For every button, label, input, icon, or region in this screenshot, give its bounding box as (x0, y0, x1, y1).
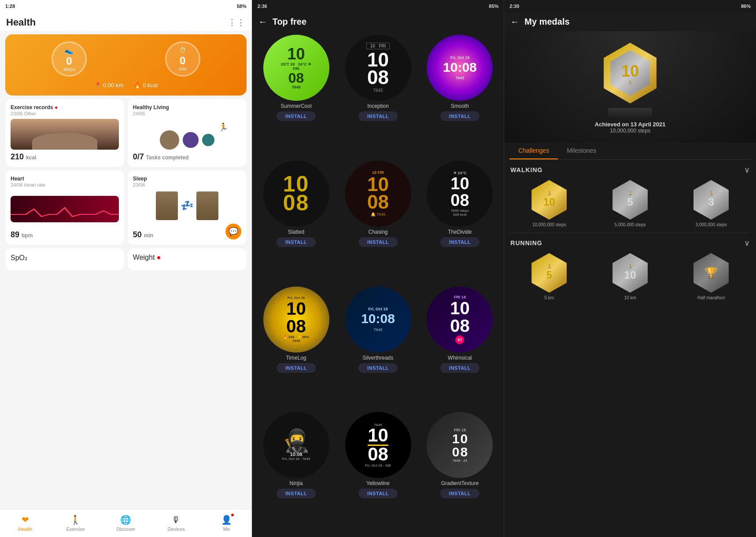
install-btn-slatted[interactable]: INSTALL (277, 237, 316, 247)
badge-walking-5m[interactable]: 🏃 5 (612, 180, 648, 220)
healthy-visual-container: 🏃 (133, 119, 241, 150)
top-free-panel: 2:36 85% ← Top free 10 OCT 18 24°C ☀ FRI… (252, 0, 505, 537)
heart-card[interactable]: Heart 24/06 Heart rate 89 bpm (5, 170, 124, 245)
bottom-nav: ❤ Health 🚶 Exercise 🌐 Discover 🎙 Devices… (0, 509, 252, 537)
running-medal-10k-label: 10 km (624, 295, 636, 300)
achieved-steps: 10,000,000 steps (595, 128, 666, 134)
wf-thumb-timelog[interactable]: Fri, Oct 18 10 08 🔥 328⚡80% 7645 (263, 287, 329, 353)
wf-name-smooth: Smooth (451, 103, 469, 109)
curtain-left (156, 191, 178, 220)
wf-thumb-gradienttexture[interactable]: FRI 18 1 0 0 8 7645 · 24 (427, 412, 493, 478)
medal-tabs: Challenges Milestones (509, 143, 751, 160)
running-medal-5k-label: 5 km (544, 295, 554, 300)
spo2-card-partial[interactable]: SpO₂ (5, 248, 124, 270)
status-battery-3: 86% (741, 4, 751, 9)
medal-number: 10 (621, 62, 639, 81)
badge-walking-3m[interactable]: 🏃 3 (693, 180, 729, 220)
sleep-card-date: 23/06 (133, 182, 241, 188)
install-btn-smooth[interactable]: INSTALL (440, 111, 479, 121)
wf-item-chasing: 18 FIR 10 08 🔔 7645 Chasing INSTALL (339, 161, 417, 282)
walking-medal-5m: 🏃 5 5,000,000 steps (612, 180, 648, 227)
walking-chevron[interactable]: ∨ (744, 165, 750, 175)
status-bar-3: 2:30 86% (504, 0, 756, 12)
status-bar-1: 1:28 58% (0, 0, 252, 12)
wf-thumb-thedivide[interactable]: ☀ 24°C 10 08 7645 steps 328 kcal (427, 161, 493, 227)
wf-thumb-inception[interactable]: 10 FRI 10 08 7645 (345, 35, 411, 101)
badge-num-10m: 10 (543, 196, 555, 208)
healthy-living-value: 0/7 Tasks completed (133, 152, 241, 162)
calories-stat: 🔥 0 kcal (134, 82, 158, 88)
exercise-card-date: 23/06 Other (11, 111, 119, 116)
sleep-fab[interactable]: 💬 (225, 224, 241, 239)
walking-medal-5m-label: 5,000,000 steps (615, 222, 646, 227)
wf-thumb-whimsical[interactable]: FRI 18 10 08 97 (427, 287, 493, 353)
install-btn-yellowline[interactable]: INSTALL (358, 489, 398, 498)
wf-thumb-ninjia[interactable]: 🥷 10:08 Fri, Oct 18 · 7645 (263, 412, 329, 478)
wf-item-whimsical: FRI 18 10 08 97 Whimsical INSTALL (421, 287, 498, 408)
wf-thumb-chasing[interactable]: 18 FIR 10 08 🔔 7645 (345, 161, 411, 227)
nav-devices[interactable]: 🎙 Devices (151, 509, 201, 537)
exercise-illustration (11, 119, 119, 150)
wf-item-smooth: Fri, Oct 18 10:08 7645 Smooth INSTALL (421, 35, 498, 156)
sleep-card[interactable]: Sleep 23/06 💤 50 min 💬 (128, 170, 247, 245)
nav-health[interactable]: ❤ Health (0, 509, 50, 537)
back-button-2[interactable]: ← (258, 17, 267, 27)
wf-thumb-slatted[interactable]: 10 08 (263, 161, 329, 227)
health-nav-icon: ❤ (22, 515, 29, 525)
wf-thumb-summercool[interactable]: 10 OCT 18 24°C ☀ FRI 08 7645 328 ☁ (263, 35, 329, 101)
badge-num-half: 🏆 (704, 267, 718, 279)
back-button-3[interactable]: ← (510, 17, 519, 27)
exercise-card[interactable]: Exercise records ● 23/06 Other 210 kcal (5, 99, 124, 167)
walking-title: WALKING (510, 166, 542, 173)
exercise-nav-label: Exercise (66, 526, 85, 532)
badge-running-10k[interactable]: 🏃 10 (612, 253, 648, 293)
install-btn-timelog[interactable]: INSTALL (277, 363, 316, 373)
install-btn-silverthreads[interactable]: INSTALL (358, 363, 398, 373)
nav-exercise[interactable]: 🚶 Exercise (50, 509, 100, 537)
running-section-header: RUNNING ∨ (504, 233, 756, 251)
badge-num-5m: 5 (627, 196, 633, 208)
medal-info: Achieved on 13 April 2021 10,000,000 ste… (595, 121, 666, 134)
install-btn-thedivide[interactable]: INSTALL (440, 237, 479, 247)
badge-walking-10m[interactable]: 🏃 10 (531, 180, 567, 220)
time-value: 0 (180, 55, 185, 66)
wf-thumb-yellowline[interactable]: 7645 10 08 Fri, Oct 18 · 328 (345, 412, 411, 478)
install-btn-whimsical[interactable]: INSTALL (440, 363, 479, 373)
health-nav-label: Health (18, 526, 32, 532)
badge-num-10k: 10 (624, 269, 636, 281)
running-chevron[interactable]: ∨ (744, 238, 750, 248)
discover-nav-label: Discover (116, 526, 135, 532)
status-time-3: 2:30 (509, 4, 519, 9)
wf-name-thedivide: TheDivide (448, 229, 472, 235)
running-medals-row: 🏃 5 5 km 🏃 10 10 km 🏆 (504, 251, 756, 305)
me-nav-label: Me (223, 526, 230, 532)
healthy-living-card[interactable]: Healthy Living 24/06 🏃 0/7 Tasks complet… (128, 99, 247, 167)
badge-running-half[interactable]: 🏆 (693, 253, 729, 293)
heart-card-title: Heart (11, 176, 119, 182)
install-btn-chasing[interactable]: INSTALL (358, 237, 398, 247)
watchfaces-grid: 10 OCT 18 24°C ☀ FRI 08 7645 328 ☁ Summe… (252, 31, 504, 537)
hexagon-outer: 10 🏃 (604, 43, 656, 103)
wf-item-timelog: Fri, Oct 18 10 08 🔥 328⚡80% 7645 TimeLog… (258, 287, 335, 408)
install-btn-summercool[interactable]: INSTALL (277, 111, 316, 121)
install-btn-gradienttexture[interactable]: INSTALL (440, 489, 479, 498)
weight-card-partial[interactable]: Weight ● (128, 248, 247, 270)
wf-thumb-silverthreads[interactable]: Fri, Oct 18 10:08 7645 (345, 287, 411, 353)
milestones-tab[interactable]: Milestones (558, 143, 605, 159)
challenges-tab[interactable]: Challenges (509, 143, 558, 159)
badge-running-5k[interactable]: 🏃 5 (531, 253, 567, 293)
achieved-on-label: Achieved on 13 April 2021 (595, 121, 666, 128)
time-metric: ⏱ 0 min (165, 41, 200, 77)
install-btn-inception[interactable]: INSTALL (358, 111, 398, 121)
partial-cards-row: SpO₂ Weight ● (5, 248, 247, 270)
running-medal-10k: 🏃 10 10 km (612, 253, 648, 300)
wf-thumb-smooth[interactable]: Fri, Oct 18 10:08 7645 (427, 35, 493, 101)
calories-icon: 🔥 (134, 82, 141, 88)
heart-card-date: 24/06 Heart rate (11, 182, 119, 188)
install-btn-ninjia[interactable]: INSTALL (277, 489, 316, 498)
status-battery-2: 85% (489, 4, 498, 9)
activity-card[interactable]: 👟 0 steps ⏱ 0 min 📍 0.00 km 🔥 0 kcal (5, 34, 247, 96)
more-options-icon[interactable]: ⋮⋮ (228, 18, 246, 27)
nav-me[interactable]: 👤 Me (201, 509, 251, 537)
nav-discover[interactable]: 🌐 Discover (101, 509, 151, 537)
